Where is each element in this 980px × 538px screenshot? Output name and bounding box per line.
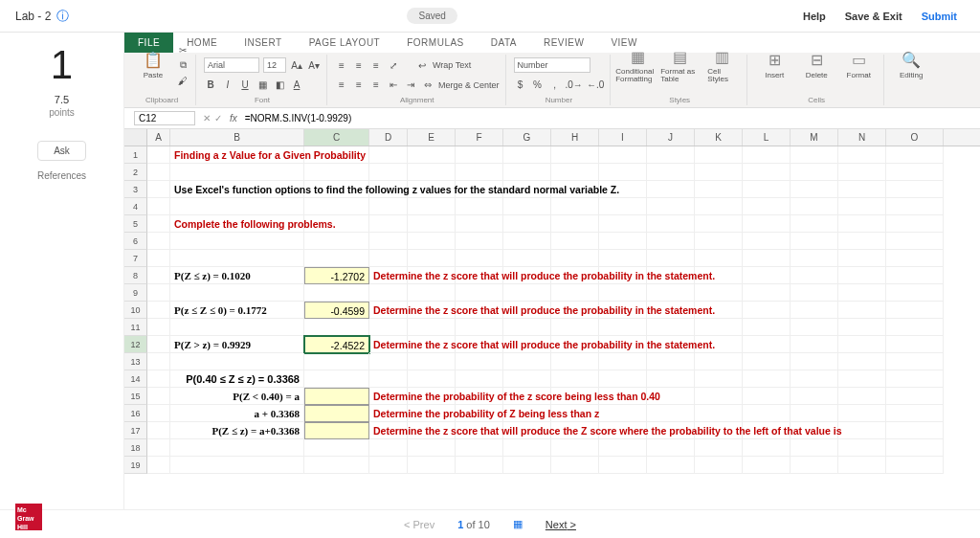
row-header[interactable]: 13 <box>124 353 147 370</box>
decrease-font-icon[interactable]: A▾ <box>307 58 321 72</box>
percent-icon[interactable]: % <box>531 78 545 92</box>
font-name-select[interactable]: Arial <box>204 57 259 73</box>
insert-cells-button[interactable]: ⊞Insert <box>755 51 793 79</box>
align-top-icon[interactable]: ≡ <box>335 58 348 72</box>
indent-increase-icon[interactable]: ⇥ <box>404 78 417 92</box>
row-header[interactable]: 7 <box>124 250 147 267</box>
bold-button[interactable]: B <box>204 78 217 92</box>
col-header-h[interactable]: H <box>551 129 599 146</box>
cut-icon[interactable]: ✂ <box>176 43 189 56</box>
cell-d8[interactable]: Determine the z score that will produce … <box>369 267 408 284</box>
references-link[interactable]: References <box>37 170 86 181</box>
row-header[interactable]: 15 <box>124 388 147 405</box>
number-format-select[interactable]: Number <box>514 57 590 73</box>
formula-input[interactable]: =NORM.S.INV(1-0.9929) <box>241 113 980 123</box>
submit-link[interactable]: Submit <box>914 11 965 22</box>
editing-button[interactable]: 🔍Editing <box>892 51 930 79</box>
cell-b15[interactable]: P(Z < 0.40) = a <box>170 388 304 405</box>
copy-icon[interactable]: ⧉ <box>176 58 189 72</box>
paste-button[interactable]: 📋Paste <box>134 51 172 79</box>
cell-d10[interactable]: Determine the z score that will produce … <box>369 302 408 319</box>
align-left-icon[interactable]: ≡ <box>335 78 348 92</box>
align-middle-icon[interactable]: ≡ <box>352 58 366 72</box>
save-exit-link[interactable]: Save & Exit <box>837 11 910 22</box>
tab-file[interactable]: FILE <box>124 33 173 53</box>
cell-b10[interactable]: P(z ≤ Z ≤ 0) = 0.1772 <box>170 302 304 319</box>
tab-insert[interactable]: INSERT <box>231 33 296 53</box>
ask-button[interactable]: Ask <box>37 141 86 161</box>
cell-b16[interactable]: a + 0.3368 <box>170 405 304 422</box>
cell-c8[interactable]: -1.2702 <box>304 267 369 284</box>
cell-b12[interactable]: P(Z > z) = 0.9929 <box>170 336 304 353</box>
row-header[interactable]: 12 <box>124 336 147 353</box>
wrap-text-icon[interactable]: ↩ <box>415 58 429 72</box>
col-header-a[interactable]: A <box>147 129 170 146</box>
col-header-j[interactable]: J <box>647 129 695 146</box>
merge-center-label[interactable]: Merge & Center <box>438 80 500 90</box>
align-center-icon[interactable]: ≡ <box>352 78 366 92</box>
row-header[interactable]: 19 <box>124 457 147 474</box>
cell-b1[interactable]: Finding a z Value for a Given Probabilit… <box>170 146 304 164</box>
underline-button[interactable]: U <box>238 78 252 92</box>
grid-view-icon[interactable]: ▦ <box>513 518 523 530</box>
cell-styles-button[interactable]: ▥Cell Styles <box>702 48 741 83</box>
cell-d12[interactable]: Determine the z score that will produce … <box>369 336 408 353</box>
col-header-i[interactable]: I <box>599 129 647 146</box>
row-header[interactable]: 14 <box>124 370 147 388</box>
wrap-text-label[interactable]: Wrap Text <box>433 60 471 70</box>
row-header[interactable]: 11 <box>124 319 147 336</box>
row-header[interactable]: 4 <box>124 198 147 215</box>
cell-b17[interactable]: P(Z ≤ z) = a+0.3368 <box>170 422 304 439</box>
row-header[interactable]: 3 <box>124 181 147 198</box>
col-header-l[interactable]: L <box>743 129 791 146</box>
col-header-n[interactable]: N <box>838 129 886 146</box>
select-all-corner[interactable] <box>124 129 147 146</box>
cell-b3[interactable]: Use Excel's function options to find the… <box>170 181 304 198</box>
col-header-c[interactable]: C <box>304 129 369 146</box>
row-header[interactable]: 16 <box>124 405 147 422</box>
cell-d16[interactable]: Determine the probability of Z being les… <box>369 405 408 422</box>
tab-page-layout[interactable]: PAGE LAYOUT <box>296 33 394 53</box>
row-header[interactable]: 6 <box>124 233 147 250</box>
info-icon[interactable]: ⓘ <box>56 8 69 25</box>
cell-d15[interactable]: Determine the probability of the z score… <box>369 388 408 405</box>
col-header-m[interactable]: M <box>791 129 838 146</box>
enter-formula-icon[interactable]: ✓ <box>214 113 222 123</box>
col-header-b[interactable]: B <box>170 129 304 146</box>
col-header-g[interactable]: G <box>503 129 551 146</box>
row-header[interactable]: 17 <box>124 422 147 439</box>
row-header[interactable]: 10 <box>124 302 147 319</box>
col-header-e[interactable]: E <box>408 129 456 146</box>
cell-c12[interactable]: -2.4522 <box>304 336 369 353</box>
cell-b8[interactable]: P(Z ≤ z) = 0.1020 <box>170 267 304 284</box>
name-box[interactable]: C12 <box>134 111 195 125</box>
fill-color-button[interactable]: ◧ <box>273 78 286 92</box>
increase-decimal-icon[interactable]: .0→ <box>566 78 583 92</box>
fx-icon[interactable]: fx <box>226 113 241 123</box>
cell-c10[interactable]: -0.4599 <box>304 302 369 319</box>
currency-icon[interactable]: $ <box>514 78 527 92</box>
row-header[interactable]: 5 <box>124 215 147 233</box>
font-size-select[interactable]: 12 <box>263 57 286 73</box>
tab-formulas[interactable]: FORMULAS <box>393 33 478 53</box>
row-header[interactable]: 8 <box>124 267 147 284</box>
format-as-table-button[interactable]: ▤Format as Table <box>660 48 699 83</box>
cell-d17[interactable]: Determine the z score that will produce … <box>369 422 408 439</box>
conditional-formatting-button[interactable]: ▦Conditional Formatting <box>618 48 657 83</box>
comma-icon[interactable]: , <box>548 78 562 92</box>
row-header[interactable]: 18 <box>124 439 147 457</box>
col-header-o[interactable]: O <box>886 129 944 146</box>
italic-button[interactable]: I <box>221 78 234 92</box>
col-header-d[interactable]: D <box>369 129 408 146</box>
tab-data[interactable]: DATA <box>478 33 530 53</box>
cell-b5[interactable]: Complete the following problems. <box>170 215 304 233</box>
format-painter-icon[interactable]: 🖌 <box>176 74 189 87</box>
indent-decrease-icon[interactable]: ⇤ <box>387 78 400 92</box>
align-bottom-icon[interactable]: ≡ <box>369 58 383 72</box>
tab-review[interactable]: REVIEW <box>530 33 597 53</box>
col-header-f[interactable]: F <box>456 129 503 146</box>
delete-cells-button[interactable]: ⊟Delete <box>797 51 835 79</box>
row-header[interactable]: 2 <box>124 164 147 181</box>
row-header[interactable]: 9 <box>124 284 147 302</box>
merge-icon[interactable]: ⇔ <box>421 78 434 92</box>
